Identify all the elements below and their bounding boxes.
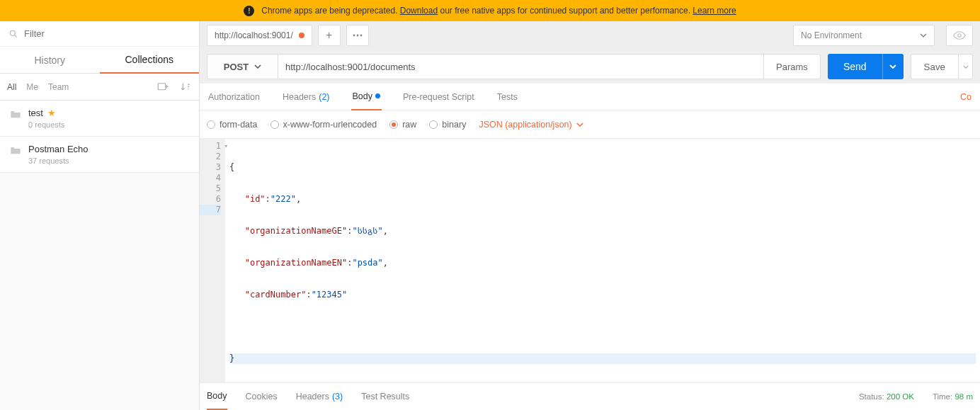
editor-code[interactable]: { "id":"222", "organizationNameGE":"სსგს…	[225, 139, 980, 382]
chevron-down-icon	[889, 64, 896, 69]
time-meta: Time: 98 m	[933, 392, 973, 401]
subtab-team[interactable]: Team	[48, 82, 69, 92]
resp-tab-body[interactable]: Body	[207, 383, 227, 410]
main-area: http://localhost:9001/ + No Environment …	[200, 21, 980, 410]
content-type-select[interactable]: JSON (application/json)	[479, 120, 583, 130]
editor-gutter: 1 2 3 4 5 6 7	[200, 139, 225, 382]
environment-quicklook-button[interactable]	[946, 25, 973, 46]
chevron-down-icon	[920, 33, 927, 38]
add-collection-icon[interactable]	[156, 81, 169, 93]
sidebar-tabs: History Collections	[0, 47, 199, 74]
subtab-me[interactable]: Me	[26, 82, 38, 92]
sidebar: History Collections All Me Team test★ 0 …	[0, 21, 200, 410]
subtab-all[interactable]: All	[7, 82, 16, 92]
cookies-link[interactable]: Co	[959, 84, 973, 110]
request-subtabs: Authorization Headers (2) Body Pre-reque…	[200, 84, 980, 110]
collection-item-test[interactable]: test★ 0 requests	[0, 101, 199, 137]
tab-body[interactable]: Body	[351, 84, 382, 110]
tab-history[interactable]: History	[0, 47, 100, 74]
url-row: POST Params Send Save	[200, 50, 980, 84]
tab-authorization[interactable]: Authorization	[207, 84, 261, 110]
star-icon: ★	[47, 108, 56, 118]
resp-tab-cookies[interactable]: Cookies	[246, 383, 278, 410]
download-link[interactable]: Download	[400, 6, 438, 16]
save-dropdown[interactable]	[959, 54, 973, 79]
tab-prerequest[interactable]: Pre-request Script	[401, 84, 476, 110]
resp-tab-tests[interactable]: Test Results	[361, 383, 409, 410]
alert-icon: !	[244, 6, 254, 16]
send-dropdown[interactable]	[882, 54, 904, 79]
svg-line-1	[15, 35, 17, 37]
resp-tab-headers[interactable]: Headers (3)	[296, 383, 343, 410]
params-button[interactable]: Params	[764, 54, 821, 79]
tab-collections[interactable]: Collections	[100, 47, 200, 74]
send-button[interactable]: Send	[828, 54, 882, 79]
request-tabbar: http://localhost:9001/ + No Environment	[200, 21, 980, 50]
body-modified-dot-icon	[375, 93, 380, 98]
new-tab-button[interactable]: +	[318, 25, 341, 46]
search-icon	[8, 29, 18, 39]
banner-text: Chrome apps are being deprecated. Downlo…	[261, 6, 736, 16]
mode-formdata[interactable]: form-data	[207, 120, 258, 130]
filter-row	[0, 21, 199, 47]
method-select[interactable]: POST	[207, 54, 278, 79]
body-mode-row: form-data x-www-form-urlencoded raw bina…	[200, 110, 980, 139]
request-tab[interactable]: http://localhost:9001/	[207, 25, 312, 46]
folder-icon	[10, 109, 21, 119]
body-editor[interactable]: 1 2 3 4 5 6 7 { "id":"222", "organizatio…	[200, 139, 980, 383]
mode-urlencoded[interactable]: x-www-form-urlencoded	[270, 120, 377, 130]
collection-item-postman-echo[interactable]: Postman Echo 37 requests	[0, 137, 199, 173]
svg-point-12	[958, 34, 962, 38]
svg-point-0	[10, 30, 15, 35]
tab-options-button[interactable]	[346, 25, 369, 46]
svg-point-11	[360, 35, 362, 37]
url-input[interactable]	[278, 54, 764, 79]
learn-more-link[interactable]: Learn more	[693, 6, 736, 16]
svg-point-10	[356, 35, 358, 37]
response-tabs: Body Cookies Headers (3) Test Results St…	[200, 383, 980, 410]
mode-binary[interactable]: binary	[429, 120, 466, 130]
chevron-down-icon	[576, 123, 583, 127]
unsaved-dot-icon	[299, 33, 304, 38]
folder-icon	[10, 145, 21, 155]
svg-point-9	[353, 35, 355, 37]
sidebar-subtabs: All Me Team	[0, 74, 199, 101]
chevron-down-icon	[254, 64, 261, 69]
sort-icon[interactable]	[179, 81, 192, 93]
chevron-down-icon	[963, 65, 969, 69]
filter-input[interactable]	[24, 28, 190, 39]
tab-headers[interactable]: Headers (2)	[281, 84, 331, 110]
save-button[interactable]: Save	[911, 54, 959, 79]
svg-rect-2	[158, 83, 166, 89]
deprecation-banner: ! Chrome apps are being deprecated. Down…	[0, 0, 980, 21]
status-meta: Status: 200 OK	[859, 392, 914, 401]
tab-tests[interactable]: Tests	[496, 84, 519, 110]
environment-select[interactable]: No Environment	[793, 25, 935, 46]
mode-raw[interactable]: raw	[389, 120, 416, 130]
